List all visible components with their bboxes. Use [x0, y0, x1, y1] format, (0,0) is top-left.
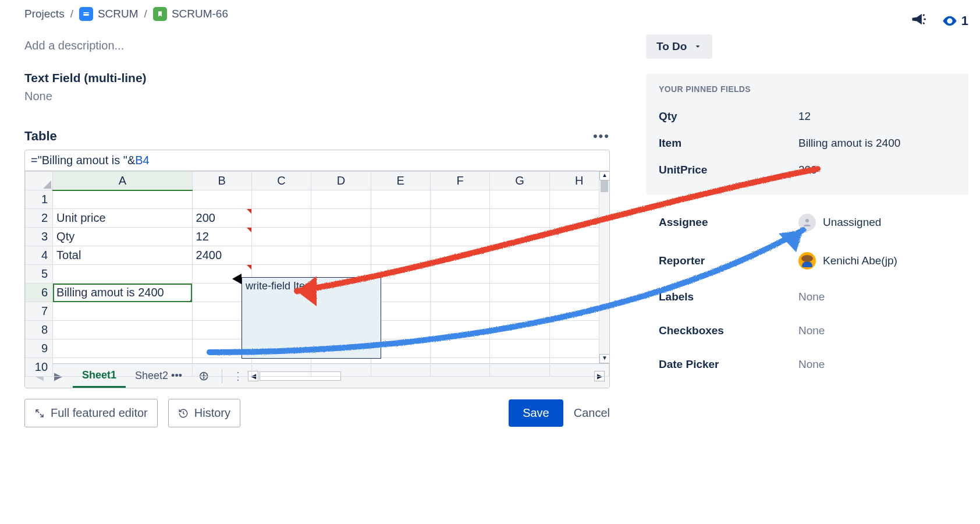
chevron-down-icon — [694, 43, 702, 51]
breadcrumb-sep: / — [70, 8, 73, 20]
multiline-value[interactable]: None — [24, 90, 610, 103]
cell[interactable]: Unit price — [53, 209, 192, 228]
formula-text: ="Billing amout is "& — [31, 154, 135, 167]
v-scrollbar[interactable]: ▲ ▼ — [599, 171, 609, 363]
comment-pointer-icon — [232, 274, 242, 284]
row-header[interactable]: 3 — [26, 228, 53, 246]
svg-point-1 — [805, 219, 809, 222]
status-dropdown[interactable]: To Do — [646, 34, 712, 59]
cell[interactable] — [192, 190, 251, 209]
pinned-qty[interactable]: Qty 12 — [659, 103, 956, 130]
spreadsheet: ="Billing amout is "&B4 A B C D E — [24, 150, 610, 388]
row-header[interactable]: 10 — [26, 358, 53, 377]
avatar-unassigned-icon — [798, 214, 816, 231]
formula-reference: B4 — [135, 154, 149, 167]
svg-point-0 — [948, 20, 951, 23]
breadcrumb-projects[interactable]: Projects — [24, 8, 65, 20]
pinned-fields-panel: YOUR PINNED FIELDS Qty 12 Item Billing a… — [646, 74, 968, 195]
row-header[interactable]: 1 — [26, 190, 53, 209]
col-header-d[interactable]: D — [311, 172, 371, 190]
breadcrumb-issue-link[interactable]: SCRUM-66 — [172, 8, 228, 20]
col-header-a[interactable]: A — [53, 172, 192, 190]
project-icon — [79, 7, 93, 21]
col-header-b[interactable]: B — [192, 172, 251, 190]
labels-field[interactable]: Labels None — [646, 280, 968, 314]
cell[interactable]: 200 — [192, 209, 251, 228]
cell[interactable] — [53, 339, 192, 358]
breadcrumb-sep: / — [144, 8, 147, 20]
avatar — [798, 252, 816, 270]
formula-bar[interactable]: ="Billing amout is "&B4 — [25, 150, 609, 171]
select-all-corner[interactable] — [26, 172, 53, 190]
history-button[interactable]: History — [168, 399, 240, 427]
breadcrumb-project-link[interactable]: SCRUM — [98, 8, 139, 20]
col-header-e[interactable]: E — [371, 172, 430, 190]
description-placeholder[interactable]: Add a description... — [24, 39, 610, 52]
row-header[interactable]: 6 — [26, 284, 53, 302]
datepicker-field[interactable]: Date Picker None — [646, 348, 968, 381]
row-header[interactable]: 9 — [26, 339, 53, 358]
col-header-c[interactable]: C — [251, 172, 311, 190]
cell-selected[interactable]: Billing amout is 2400 — [53, 284, 192, 302]
cell[interactable]: Total — [53, 246, 192, 265]
col-header-f[interactable]: F — [430, 172, 489, 190]
cell[interactable]: 12 — [192, 228, 251, 246]
pinned-item[interactable]: Item Billing amout is 2400 — [659, 130, 956, 157]
row-header[interactable]: 8 — [26, 321, 53, 339]
row-header[interactable]: 4 — [26, 246, 53, 265]
cell[interactable] — [53, 190, 192, 209]
cell[interactable] — [53, 302, 192, 321]
scroll-down-icon[interactable]: ▼ — [599, 354, 610, 363]
breadcrumb-issue[interactable]: SCRUM-66 — [153, 7, 228, 21]
sheet-tab-menu-icon[interactable]: ••• — [171, 370, 182, 382]
scroll-up-icon[interactable]: ▲ — [599, 171, 610, 180]
table-label: Table — [24, 129, 57, 144]
table-more-icon[interactable]: ••• — [593, 129, 610, 144]
breadcrumb: Projects / SCRUM / SCRUM-66 — [0, 0, 980, 29]
cell[interactable] — [53, 265, 192, 284]
pinned-fields-title: YOUR PINNED FIELDS — [659, 84, 956, 94]
cell-comment[interactable]: write-field Item — [242, 277, 381, 359]
story-icon — [153, 7, 167, 21]
history-icon — [178, 408, 189, 419]
expand-icon — [34, 408, 45, 419]
feedback-icon[interactable] — [910, 11, 926, 31]
col-header-g[interactable]: G — [490, 172, 549, 190]
save-button[interactable]: Save — [509, 399, 563, 427]
row-header[interactable]: 2 — [26, 209, 53, 228]
cancel-button[interactable]: Cancel — [574, 406, 610, 420]
assignee-field[interactable]: Assignee Unassigned — [646, 203, 968, 242]
row-header[interactable]: 7 — [26, 302, 53, 321]
cell[interactable]: Qty — [53, 228, 192, 246]
watchers[interactable]: 1 — [942, 13, 968, 29]
cell[interactable] — [192, 358, 251, 377]
watchers-count: 1 — [961, 13, 968, 29]
row-header[interactable]: 5 — [26, 265, 53, 284]
breadcrumb-project[interactable]: SCRUM — [79, 7, 139, 21]
reporter-field[interactable]: Reporter Kenichi Abe(jp) — [646, 242, 968, 280]
checkboxes-field[interactable]: Checkboxes None — [646, 314, 968, 348]
cell[interactable] — [53, 321, 192, 339]
cell[interactable]: 2400 — [192, 246, 251, 265]
sheet-tab-2[interactable]: Sheet2 ••• — [126, 364, 191, 388]
eye-icon — [942, 13, 958, 29]
pinned-unitprice[interactable]: UnitPrice 200 — [659, 157, 956, 183]
multiline-label: Text Field (multi-line) — [24, 71, 610, 85]
sheet-tab-1[interactable]: Sheet1 — [73, 364, 126, 388]
full-editor-button[interactable]: Full featured editor — [24, 399, 158, 427]
